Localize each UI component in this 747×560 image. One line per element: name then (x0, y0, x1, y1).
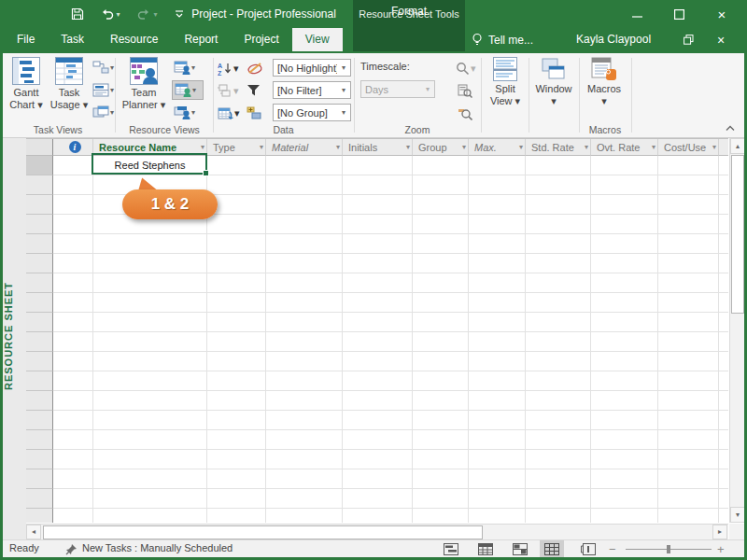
cell-type[interactable] (207, 509, 266, 523)
cell-ovt-rate[interactable] (591, 234, 658, 254)
cell-overflow[interactable] (719, 273, 728, 293)
cell-info[interactable] (53, 234, 93, 254)
cell-overflow[interactable] (719, 509, 728, 523)
resource-usage-view-button[interactable]: ▾ (172, 58, 204, 77)
cell-cost-use[interactable] (658, 332, 719, 352)
horizontal-scrollbar-thumb[interactable] (43, 525, 483, 539)
cell-max[interactable] (469, 371, 526, 391)
row-header[interactable] (26, 175, 53, 195)
cell-initials[interactable] (343, 469, 413, 489)
cell-overflow[interactable] (719, 293, 728, 313)
cell-type[interactable] (207, 293, 266, 313)
cell-material[interactable] (266, 352, 343, 371)
selection-fill-handle[interactable] (203, 170, 209, 176)
tab-format[interactable]: Format (391, 0, 427, 23)
cell-ovt-rate[interactable] (591, 450, 658, 469)
cell-type[interactable] (207, 469, 266, 489)
column-filter-caret[interactable]: ▾ (336, 143, 340, 151)
row-header[interactable] (26, 313, 53, 332)
column-filter-caret[interactable]: ▾ (260, 143, 263, 151)
cell-initials[interactable] (343, 411, 413, 430)
report-view-button[interactable] (576, 540, 600, 558)
column-filter-caret[interactable]: ▾ (462, 143, 466, 151)
cell-type[interactable] (207, 450, 266, 469)
cell-overflow[interactable] (719, 391, 728, 411)
cell-group[interactable] (413, 156, 469, 175)
cell-group[interactable] (413, 332, 469, 352)
cell-overflow[interactable] (719, 371, 728, 391)
cell-max[interactable] (469, 175, 526, 195)
filter-button[interactable] (247, 81, 267, 100)
row-header[interactable] (26, 371, 53, 391)
cell-std-rate[interactable] (526, 273, 591, 293)
collapse-ribbon-button[interactable] (721, 122, 740, 135)
cell-info[interactable] (53, 156, 93, 175)
cell-group[interactable] (413, 450, 469, 469)
row-header[interactable] (26, 195, 53, 215)
column-header-cost-use[interactable]: Cost/Use▾ (658, 139, 719, 156)
zoom-out-button[interactable]: − (609, 542, 616, 556)
cell-overflow[interactable] (719, 215, 728, 234)
cell-type[interactable] (207, 352, 266, 371)
cell-resource-name[interactable] (93, 509, 207, 523)
cell-info[interactable] (53, 509, 93, 523)
cell-type[interactable] (207, 332, 266, 352)
cell-material[interactable] (266, 195, 343, 215)
cell-max[interactable] (469, 332, 526, 352)
cell-std-rate[interactable] (526, 254, 591, 273)
cell-cost-use[interactable] (658, 293, 719, 313)
network-diagram-views-button[interactable]: ▾ (91, 58, 122, 77)
cell-resource-name[interactable] (93, 450, 207, 469)
cell-material[interactable] (266, 509, 343, 523)
cell-initials[interactable] (343, 352, 413, 371)
column-header-type[interactable]: Type▾ (207, 139, 266, 156)
cell-std-rate[interactable] (526, 293, 591, 313)
cell-cost-use[interactable] (658, 352, 719, 371)
cell-type[interactable] (207, 489, 266, 509)
cell-std-rate[interactable] (526, 215, 591, 234)
cell-cost-use[interactable] (658, 195, 719, 215)
cell-std-rate[interactable] (526, 430, 591, 450)
cell-ovt-rate[interactable] (591, 156, 658, 175)
cell-material[interactable] (266, 234, 343, 254)
tab-file[interactable]: File (4, 28, 48, 51)
cell-info[interactable] (53, 332, 93, 352)
cell-type[interactable] (207, 254, 266, 273)
cell-resource-name[interactable] (93, 293, 207, 313)
cell-std-rate[interactable] (526, 195, 591, 215)
cell-resource-name[interactable] (93, 234, 207, 254)
cell-initials[interactable] (343, 450, 413, 469)
cell-overflow[interactable] (719, 234, 728, 254)
cell-std-rate[interactable] (526, 234, 591, 254)
zoom-in-button[interactable]: + (717, 542, 725, 556)
cell-material[interactable] (266, 489, 343, 509)
cell-ovt-rate[interactable] (591, 371, 658, 391)
cell-group[interactable] (413, 371, 469, 391)
tab-report[interactable]: Report (171, 28, 231, 51)
filter-combo[interactable]: [No Filter] ▾ (273, 81, 351, 99)
cell-ovt-rate[interactable] (591, 273, 658, 293)
cell-ovt-rate[interactable] (591, 254, 658, 273)
column-header-initials[interactable]: Initials▾ (343, 139, 413, 156)
other-resource-views-button[interactable]: ▾ (172, 103, 204, 122)
cell-info[interactable] (53, 175, 93, 195)
tab-project[interactable]: Project (231, 28, 291, 51)
cell-std-rate[interactable] (526, 156, 591, 175)
cell-info[interactable] (53, 273, 93, 293)
cell-max[interactable] (469, 156, 526, 175)
document-restore-button[interactable] (674, 28, 702, 51)
cell-type[interactable] (207, 430, 266, 450)
cell-std-rate[interactable] (526, 332, 591, 352)
cell-initials[interactable] (343, 509, 413, 523)
cell-group[interactable] (413, 489, 469, 509)
cell-material[interactable] (266, 430, 343, 450)
cell-resource-name[interactable] (93, 352, 207, 371)
cell-initials[interactable] (343, 313, 413, 332)
cell-material[interactable] (266, 450, 343, 469)
cell-cost-use[interactable] (658, 469, 719, 489)
row-header[interactable] (26, 450, 53, 469)
cell-info[interactable] (53, 469, 93, 489)
column-filter-caret[interactable]: ▾ (406, 143, 410, 151)
cell-group[interactable] (413, 469, 469, 489)
cell-resource-name[interactable] (93, 469, 207, 489)
